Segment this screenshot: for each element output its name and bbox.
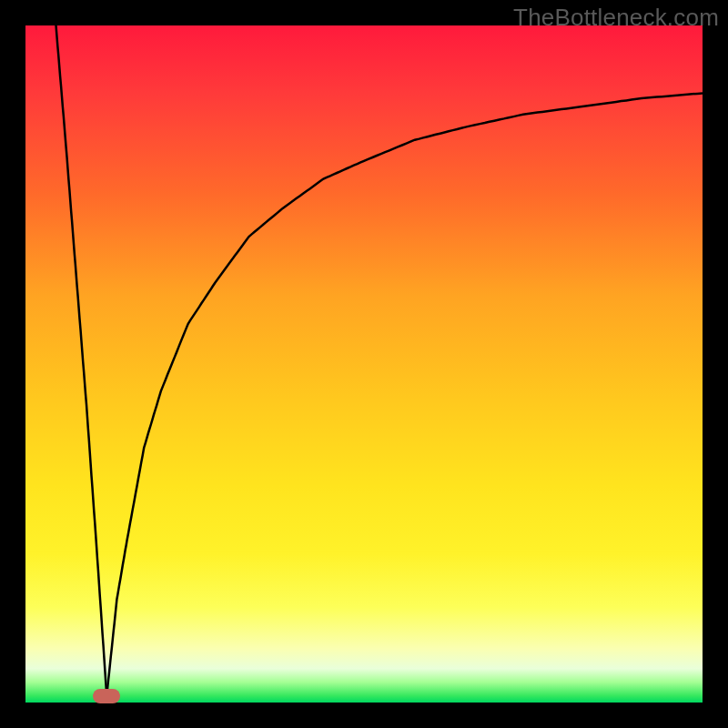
plot-area (25, 25, 703, 703)
curve-right-branch (106, 93, 703, 695)
chart-curves (25, 25, 703, 703)
outer-frame: TheBottleneck.com (0, 0, 728, 728)
min-marker (93, 689, 120, 703)
curve-left-branch (56, 25, 107, 696)
